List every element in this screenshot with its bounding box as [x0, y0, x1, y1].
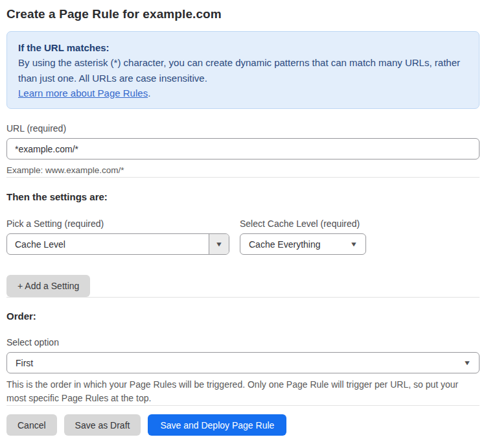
url-field-label: URL (required) [6, 123, 480, 134]
order-select[interactable]: First ▼ [6, 352, 480, 373]
url-match-info-box: If the URL matches: By using the asteris… [6, 31, 480, 109]
divider [6, 405, 480, 406]
order-select-value: First [16, 358, 33, 368]
setting-picker-value: Cache Level [7, 234, 209, 254]
order-select-label: Select option [6, 337, 480, 348]
info-link-line: Learn more about Page Rules. [18, 86, 468, 100]
settings-labels-row: Pick a Setting (required) Select Cache L… [6, 218, 480, 229]
setting-picker-label: Pick a Setting (required) [6, 218, 240, 229]
divider [6, 177, 480, 178]
page-title: Create a Page Rule for example.com [6, 7, 480, 21]
order-helper-text: This is the order in which your Page Rul… [6, 378, 467, 405]
setting-picker-arrow-cell[interactable]: ▼ [209, 234, 229, 254]
create-page-rule-form: Create a Page Rule for example.com If th… [0, 0, 486, 436]
chevron-down-icon: ▼ [350, 241, 358, 248]
cache-level-label: Select Cache Level (required) [240, 218, 360, 229]
add-setting-button[interactable]: + Add a Setting [6, 275, 90, 297]
form-actions: Cancel Save as Draft Save and Deploy Pag… [6, 414, 480, 436]
cache-level-select[interactable]: Cache Everything ▼ [240, 233, 366, 255]
save-as-draft-button[interactable]: Save as Draft [64, 414, 141, 436]
link-suffix: . [148, 88, 150, 99]
cancel-button[interactable]: Cancel [6, 414, 57, 436]
divider [6, 297, 480, 298]
order-section-heading: Order: [6, 311, 480, 322]
chevron-down-icon: ▼ [215, 241, 223, 248]
url-input[interactable] [6, 138, 480, 159]
info-box-heading: If the URL matches: [18, 40, 468, 55]
learn-more-link[interactable]: Learn more about Page Rules [18, 88, 148, 99]
cache-level-value: Cache Everything [249, 239, 321, 250]
settings-section-heading: Then the settings are: [6, 191, 480, 202]
settings-selects-row: Cache Level ▼ Cache Everything ▼ [6, 233, 480, 255]
chevron-down-icon: ▼ [463, 360, 471, 366]
setting-picker-select[interactable]: Cache Level ▼ [6, 233, 229, 255]
save-and-deploy-button[interactable]: Save and Deploy Page Rule [148, 414, 286, 436]
url-helper-text: Example: www.example.com/* [6, 164, 480, 177]
info-box-body: By using the asterisk (*) character, you… [18, 55, 468, 86]
